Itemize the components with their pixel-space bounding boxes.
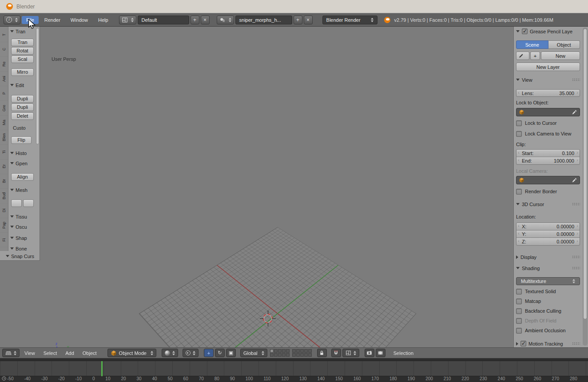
gp-draw-button[interactable]	[516, 52, 529, 60]
clip-end-field[interactable]: End: 1000.000	[516, 157, 580, 165]
delete-screen-layout-button[interactable]: ×	[201, 16, 210, 24]
tool-shelf-scrollbar[interactable]	[36, 28, 39, 144]
local-camera-field[interactable]	[516, 176, 580, 184]
panel-header-edit[interactable]: Edit	[10, 82, 35, 88]
tool-shelf-tab[interactable]: P	[0, 86, 8, 101]
tool-shelf-tab[interactable]: Ma	[0, 115, 8, 130]
lock-camera-to-view-checkbox[interactable]	[516, 131, 522, 137]
layer-cell[interactable]	[308, 353, 312, 357]
render-opengl-image-button[interactable]	[365, 349, 374, 357]
layer-cell[interactable]	[300, 353, 304, 357]
panel-header-shading[interactable]: Shading	[516, 264, 580, 272]
mesh-tool-button-1[interactable]	[11, 199, 22, 207]
duplicate-linked-button[interactable]: Dupli	[11, 103, 34, 111]
translate-button[interactable]: Tran	[11, 39, 34, 46]
lens-slider[interactable]: Lens: 35.000	[516, 89, 580, 97]
tool-shelf-tab[interactable]: C	[0, 42, 8, 57]
layer-cell[interactable]	[304, 353, 308, 357]
editor-type-button-info[interactable]: i	[4, 16, 20, 24]
editor-type-button[interactable]	[2, 349, 20, 357]
tool-shelf-tab[interactable]: Re	[0, 57, 8, 72]
tool-shelf-tab[interactable]: Pap	[0, 218, 8, 233]
layers-widget-group-1[interactable]	[270, 349, 290, 357]
duplicate-button[interactable]: Dupli	[11, 95, 34, 103]
timeline-ruler[interactable]: -50-40-30-20-100102030405060708090100110…	[0, 376, 588, 382]
properties-scrollbar-thumb[interactable]	[583, 28, 587, 319]
layer-cell[interactable]	[296, 349, 300, 353]
snap-toggle[interactable]	[331, 349, 341, 357]
scene-icon-button[interactable]	[217, 16, 234, 24]
layer-cell[interactable]	[308, 349, 312, 353]
panel-header-history[interactable]: Histo	[10, 150, 35, 156]
tool-shelf-tab[interactable]: T	[0, 28, 8, 42]
panel-header-oscurart[interactable]: Oscu	[10, 224, 35, 230]
screen-layout-name-field[interactable]: Default	[138, 16, 189, 24]
layer-cell[interactable]	[286, 349, 290, 353]
cursor-z-field[interactable]: Z: 0.00000	[516, 238, 580, 246]
lock-to-cursor-checkbox[interactable]	[516, 120, 522, 126]
clip-start-field[interactable]: Start: 0.100	[516, 149, 580, 157]
flip-button[interactable]: Flip	[11, 136, 32, 144]
panel-grip-handle[interactable]	[572, 342, 580, 345]
pivot-point-dropdown[interactable]	[183, 349, 199, 357]
depth-of-field-checkbox[interactable]	[516, 318, 522, 324]
menu-object[interactable]: Object	[79, 349, 100, 357]
panel-header-tissue[interactable]: Tissu	[10, 214, 35, 219]
manipulator-scale-toggle[interactable]: ▣	[226, 349, 236, 357]
panel-header-mesh[interactable]: Mesh	[10, 187, 35, 193]
layer-cell[interactable]	[270, 353, 274, 357]
tool-shelf-tab[interactable]: Di	[0, 203, 8, 218]
gp-source-object-toggle[interactable]: Object	[548, 40, 580, 49]
menu-help[interactable]: Help	[94, 16, 113, 24]
matcap-checkbox[interactable]	[516, 298, 522, 304]
new-layer-button[interactable]: New Layer	[516, 63, 580, 71]
tool-shelf-tab[interactable]: Br	[0, 174, 8, 189]
layer-cell[interactable]	[274, 349, 278, 353]
menu-add[interactable]: Add	[62, 349, 78, 357]
screen-layout-icon-button[interactable]	[119, 16, 136, 24]
shading-mode-dropdown[interactable]: Multitexture	[516, 277, 580, 285]
panel-header-grease-pencil[interactable]: Gpen	[10, 160, 35, 166]
mirror-button[interactable]: Mirro	[11, 68, 34, 76]
panel-header-3d-cursor[interactable]: 3D Cursor	[516, 200, 580, 208]
timeline-playhead[interactable]	[101, 361, 103, 376]
layer-cell[interactable]	[286, 353, 290, 357]
menu-view[interactable]: View	[21, 349, 39, 357]
ambient-occlusion-checkbox[interactable]	[516, 328, 522, 334]
layer-cell[interactable]	[282, 353, 286, 357]
add-scene-button[interactable]: +	[294, 16, 302, 24]
cursor-x-field[interactable]: X: 0.00000	[516, 223, 580, 231]
grease-pencil-checkbox[interactable]	[522, 28, 528, 34]
gp-source-scene-toggle[interactable]: Scene	[516, 40, 548, 49]
panel-header-snap-cursor[interactable]: Snap Curs	[6, 253, 34, 259]
menu-window[interactable]: Window	[66, 16, 92, 24]
tool-shelf-tab[interactable]: Ani	[0, 72, 8, 86]
panel-grip-handle[interactable]	[572, 203, 580, 206]
panel-header-view[interactable]: View	[516, 76, 580, 84]
backface-culling-checkbox[interactable]	[516, 308, 522, 314]
gp-add-button[interactable]: +	[530, 52, 540, 60]
snap-element-dropdown[interactable]	[342, 349, 359, 357]
layer-cell[interactable]	[274, 353, 278, 357]
layers-widget-group-2[interactable]	[292, 349, 312, 357]
panel-grip-handle[interactable]	[572, 255, 580, 259]
layer-cell[interactable]	[282, 349, 286, 353]
scene-name-field[interactable]: sniper_morphs_h...	[235, 16, 292, 24]
panel-header-shape[interactable]: Shap	[10, 235, 35, 241]
lock-to-scene-toggle[interactable]	[317, 349, 327, 357]
rotate-button[interactable]: Rotat	[11, 47, 34, 55]
eyedropper-icon[interactable]	[572, 109, 577, 115]
delete-button[interactable]: Delet	[11, 112, 34, 120]
viewport-3d[interactable]: User Persp (0) x y z	[0, 27, 513, 347]
panel-grip-handle[interactable]	[572, 267, 580, 270]
layer-cell[interactable]	[270, 349, 274, 353]
add-screen-layout-button[interactable]: +	[191, 16, 199, 24]
scale-button[interactable]: Scal	[11, 56, 34, 63]
layer-cell[interactable]	[292, 349, 296, 353]
layer-cell[interactable]	[296, 353, 300, 357]
cursor-y-field[interactable]: Y: 0.00000	[516, 230, 580, 238]
delete-scene-button[interactable]: ×	[304, 16, 313, 24]
render-opengl-anim-button[interactable]	[376, 349, 385, 357]
eyedropper-icon[interactable]	[572, 177, 577, 183]
layer-cell[interactable]	[278, 349, 282, 353]
